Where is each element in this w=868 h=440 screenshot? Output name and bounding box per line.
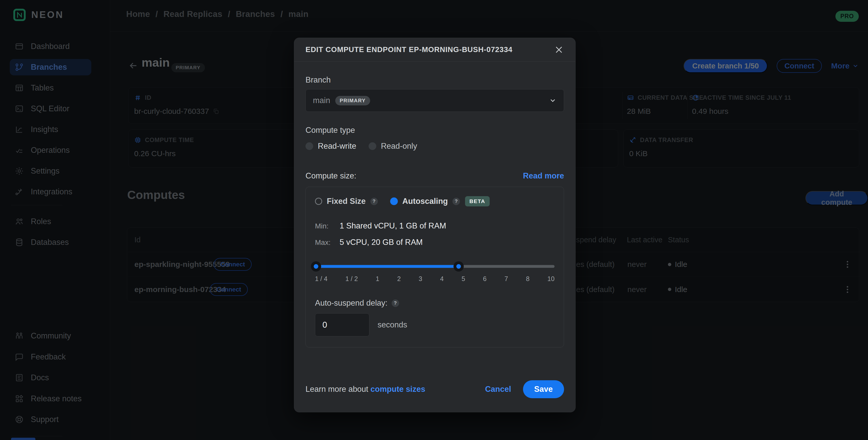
- auto-suspend-label-row: Auto-suspend delay: ?: [315, 298, 555, 308]
- modal-body: Branch main PRIMARY Compute type Read-wr…: [294, 62, 575, 380]
- max-label: Max:: [315, 239, 340, 247]
- slider-tick-labels: 1 / 4 1 / 2 1 2 3 4 5 6 7 8 10: [315, 275, 555, 283]
- branch-field-label: Branch: [306, 75, 564, 85]
- branch-select-value: main: [313, 96, 330, 105]
- radio-unselected-icon: [315, 198, 322, 205]
- auto-suspend-input[interactable]: [315, 313, 369, 337]
- branch-select[interactable]: main PRIMARY: [306, 89, 564, 112]
- help-icon[interactable]: ?: [392, 300, 399, 307]
- compute-size-slider: [315, 261, 555, 272]
- cancel-button[interactable]: Cancel: [485, 385, 511, 394]
- min-label: Min:: [315, 222, 340, 230]
- size-mode-options: Fixed Size ? Autoscaling ? BETA: [315, 196, 555, 207]
- slider-handle-min[interactable]: [311, 261, 321, 272]
- compute-sizes-link[interactable]: compute sizes: [370, 385, 425, 394]
- slider-handle-max[interactable]: [454, 261, 464, 272]
- learn-more-text: Learn more about compute sizes: [306, 385, 425, 394]
- primary-badge: PRIMARY: [335, 96, 370, 105]
- help-icon[interactable]: ?: [453, 198, 460, 205]
- compute-type-label: Compute type: [306, 126, 564, 135]
- radio-autoscaling[interactable]: Autoscaling ?: [390, 197, 460, 206]
- neon-console: NEON Dashboard Branches Tables SQL Edito…: [0, 0, 868, 440]
- autoscaling-box: Fixed Size ? Autoscaling ? BETA Min: 1 S…: [306, 187, 564, 347]
- radio-selected-icon: [390, 197, 398, 205]
- slider-fill: [315, 265, 459, 268]
- compute-size-label: Compute size:: [306, 171, 356, 181]
- radio-icon: [369, 142, 376, 150]
- chevron-down-icon: [549, 97, 557, 104]
- close-icon[interactable]: [554, 44, 564, 55]
- radio-icon: [306, 142, 313, 150]
- auto-suspend-input-row: seconds: [315, 313, 555, 337]
- save-button[interactable]: Save: [523, 380, 564, 398]
- help-icon[interactable]: ?: [370, 198, 378, 205]
- radio-read-only[interactable]: Read-only: [369, 142, 417, 151]
- modal-title: EDIT COMPUTE ENDPOINT EP-MORNING-BUSH-07…: [306, 45, 513, 54]
- seconds-label: seconds: [378, 320, 407, 329]
- min-value: 1 Shared vCPU, 1 GB of RAM: [340, 221, 555, 230]
- edit-compute-endpoint-modal: EDIT COMPUTE ENDPOINT EP-MORNING-BUSH-07…: [294, 38, 576, 412]
- beta-badge: BETA: [465, 196, 490, 207]
- compute-type-options: Read-write Read-only: [306, 142, 564, 151]
- auto-suspend-label: Auto-suspend delay:: [315, 298, 388, 308]
- modal-header: EDIT COMPUTE ENDPOINT EP-MORNING-BUSH-07…: [294, 38, 575, 62]
- max-value: 5 vCPU, 20 GB of RAM: [340, 238, 555, 247]
- modal-footer: Learn more about compute sizes Cancel Sa…: [294, 380, 575, 412]
- radio-fixed-size[interactable]: Fixed Size ?: [315, 197, 378, 206]
- read-more-link[interactable]: Read more: [523, 171, 564, 181]
- min-max-summary: Min: 1 Shared vCPU, 1 GB of RAM Max: 5 v…: [315, 221, 555, 247]
- compute-size-row: Compute size: Read more: [306, 171, 564, 181]
- radio-read-write[interactable]: Read-write: [306, 142, 356, 151]
